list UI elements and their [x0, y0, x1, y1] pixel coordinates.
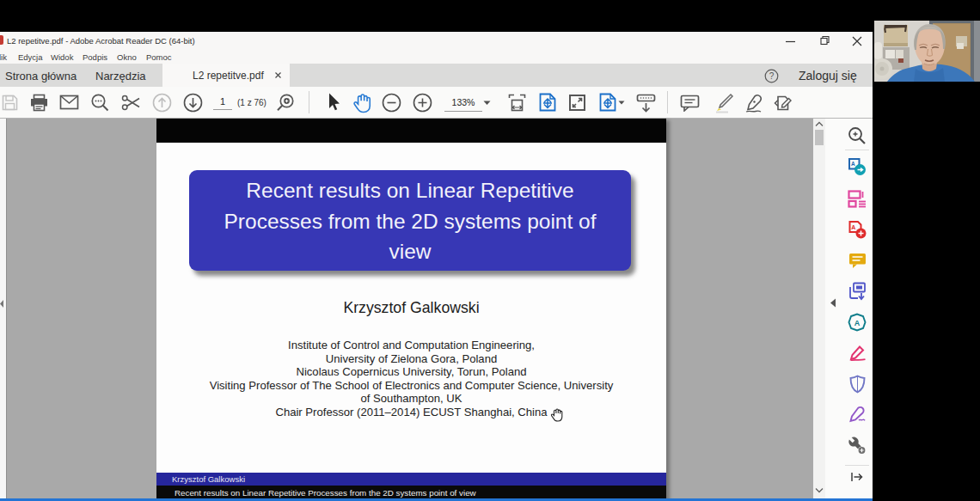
svg-text:?: ?	[769, 71, 775, 81]
svg-text:A: A	[854, 319, 861, 327]
svg-text:A: A	[851, 224, 855, 230]
svg-text:A: A	[851, 161, 855, 167]
